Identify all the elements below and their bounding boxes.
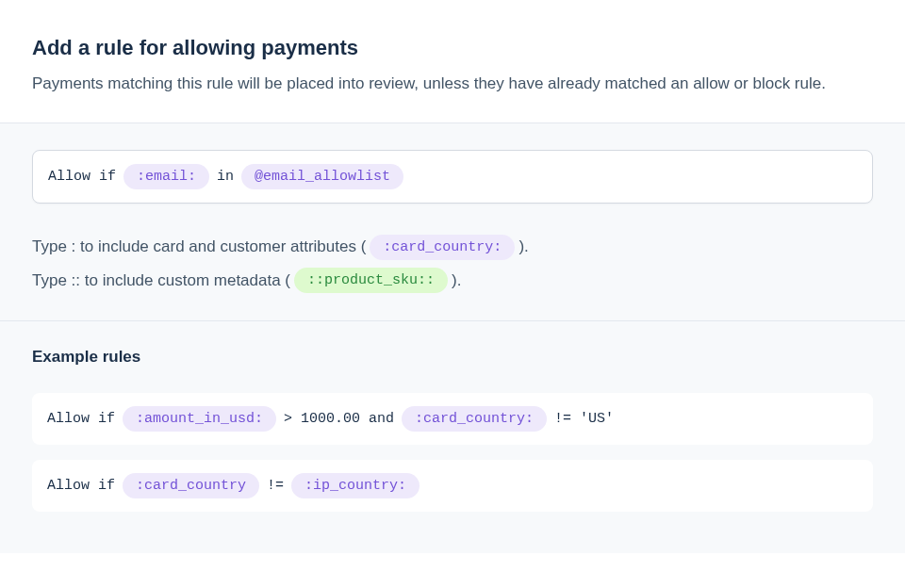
card-country-token-2: :card_country: — [402, 406, 547, 432]
help-line-1: Type : to include card and customer attr… — [32, 230, 873, 264]
keyword-in: in — [217, 169, 234, 185]
help-line-1-prefix: Type : to include card and customer attr… — [32, 230, 366, 264]
example-2-prefix: Allow if — [47, 478, 115, 494]
example-2-op1: != — [267, 478, 284, 494]
card-country-token: :card_country: — [370, 235, 515, 260]
rule-dialog: Add a rule for allowing payments Payment… — [0, 0, 905, 588]
dialog-subtitle: Payments matching this rule will be plac… — [32, 72, 873, 96]
rule-prefix-text: Allow if — [48, 169, 116, 185]
help-line-2: Type :: to include custom metadata ( ::p… — [32, 264, 873, 298]
help-line-2-prefix: Type :: to include custom metadata ( — [32, 264, 290, 298]
amount-usd-token: :amount_in_usd: — [123, 406, 276, 432]
help-line-2-suffix: ). — [452, 264, 461, 298]
product-sku-token: ::product_sku:: — [294, 268, 448, 293]
allowlist-token: @email_allowlist — [241, 164, 403, 189]
help-line-1-suffix: ). — [518, 230, 528, 264]
header-section: Add a rule for allowing payments Payment… — [0, 0, 905, 123]
card-country-token-3: :card_country — [123, 473, 259, 498]
ip-country-token: :ip_country: — [291, 473, 420, 498]
email-token: :email: — [123, 164, 209, 189]
example-rule-2[interactable]: Allow if :card_country != :ip_country: — [32, 460, 873, 512]
example-1-op1: > 1000.00 and — [284, 411, 394, 427]
example-rule-1[interactable]: Allow if :amount_in_usd: > 1000.00 and :… — [32, 393, 873, 445]
input-section: Allow if :email: in @email_allowlist Typ… — [0, 123, 905, 320]
examples-section: Example rules Allow if :amount_in_usd: >… — [0, 321, 905, 553]
help-text: Type : to include card and customer attr… — [32, 230, 873, 297]
example-1-prefix: Allow if — [47, 411, 115, 427]
dialog-title: Add a rule for allowing payments — [32, 36, 873, 60]
examples-title: Example rules — [32, 348, 873, 367]
rule-input-field[interactable]: Allow if :email: in @email_allowlist — [32, 150, 873, 204]
example-1-op2: != 'US' — [554, 411, 614, 427]
